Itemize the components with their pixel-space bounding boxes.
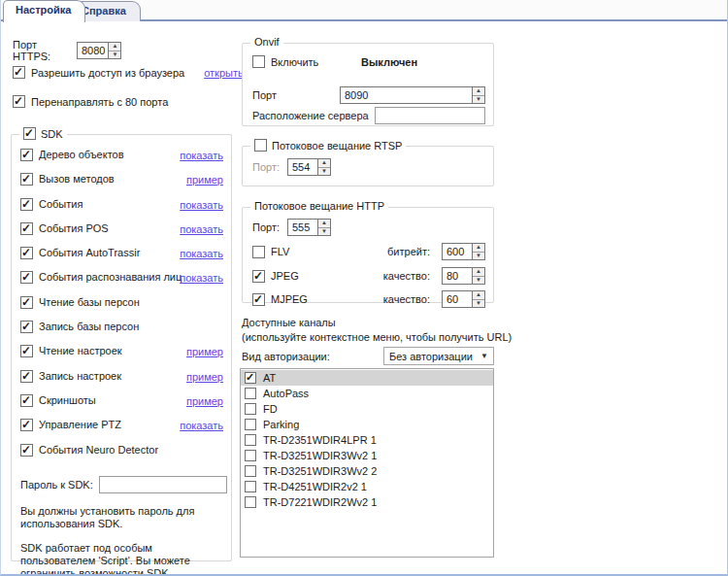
http-format-label: MJPEG (271, 293, 308, 305)
sdk-item-link[interactable]: показать (180, 272, 223, 284)
sdk-item-checkbox[interactable] (20, 247, 33, 259)
spinner-down-icon[interactable]: ▼ (473, 300, 484, 308)
sdk-item-checkbox[interactable] (20, 321, 33, 333)
sdk-password-label: Пароль к SDK: (20, 479, 93, 491)
channel-checkbox[interactable] (245, 419, 256, 430)
channel-row[interactable]: Parking (241, 417, 493, 432)
http-port-value[interactable]: 555 (287, 219, 317, 236)
http-format-spinner[interactable]: 600▲▼ (442, 243, 485, 260)
channel-row[interactable]: TR-D3251WDIR3Wv2 2 (241, 463, 493, 479)
channel-row[interactable]: TR-D7221WDIR2Wv2 1 (241, 494, 493, 510)
http-format-row: FLVбитрейт:600▲▼ (252, 243, 485, 260)
http-format-spinner[interactable]: 60▲▼ (442, 290, 485, 308)
rtsp-enable-checkbox[interactable] (254, 139, 267, 152)
sdk-item-checkbox[interactable] (20, 296, 33, 309)
spinner-down-icon[interactable]: ▼ (473, 277, 484, 285)
sdk-password-input[interactable] (99, 476, 227, 493)
spinner-up-icon[interactable]: ▲ (473, 244, 484, 253)
channels-title: Доступные каналы (242, 317, 336, 328)
channel-checkbox[interactable] (245, 372, 256, 384)
http-format-value[interactable]: 600 (442, 243, 472, 260)
sdk-item-checkbox[interactable] (20, 271, 33, 284)
channel-row[interactable]: FD (241, 401, 493, 417)
http-port-spinner[interactable]: 555 ▲▼ (287, 219, 331, 236)
sdk-item-checkbox[interactable] (20, 222, 33, 235)
browser-access-checkbox[interactable] (13, 66, 25, 79)
spinner-up-icon[interactable]: ▲ (109, 43, 120, 51)
redirect-80-checkbox[interactable] (13, 95, 25, 108)
sdk-item-link[interactable]: показать (180, 223, 223, 235)
spinner-up-icon[interactable]: ▲ (473, 268, 484, 277)
onvif-port-value[interactable]: 8090 (340, 86, 472, 104)
channel-checkbox[interactable] (245, 388, 256, 399)
onvif-location-input[interactable] (375, 107, 485, 124)
onvif-enable-checkbox[interactable] (252, 55, 265, 68)
sdk-checkbox[interactable] (23, 127, 36, 140)
channel-row[interactable]: TR-D3251WDIR3Wv2 1 (241, 448, 493, 463)
rtsp-port-spinner[interactable]: 554 ▲▼ (287, 158, 331, 176)
onvif-port-spinner[interactable]: 8090 ▲▼ (340, 86, 485, 104)
channel-row[interactable]: AutoPass (241, 386, 493, 401)
sdk-item-checkbox[interactable] (20, 198, 33, 211)
spinner-up-icon[interactable]: ▲ (473, 291, 484, 300)
http-format-row: JPEGкачество:80▲▼ (252, 267, 485, 285)
spinner-down-icon[interactable]: ▼ (318, 168, 330, 176)
channel-checkbox[interactable] (245, 403, 256, 415)
spinner-down-icon[interactable]: ▼ (473, 96, 484, 104)
auth-type-dropdown[interactable]: Без авторизации ▼ (383, 347, 494, 365)
channel-checkbox[interactable] (245, 434, 256, 446)
https-port-spinner[interactable]: 8080 ▲▼ (77, 42, 121, 59)
sdk-item-checkbox[interactable] (20, 419, 33, 431)
auth-type-label: Вид авторизации: (242, 351, 330, 362)
sdk-item-row: Запись базы персон (12, 321, 231, 345)
channel-checkbox[interactable] (245, 450, 256, 461)
http-format-value[interactable]: 80 (442, 267, 472, 285)
chevron-down-icon: ▼ (480, 352, 488, 360)
spinner-down-icon[interactable]: ▼ (109, 51, 120, 59)
sdk-item-checkbox[interactable] (20, 394, 33, 407)
channel-checkbox[interactable] (245, 496, 256, 508)
sdk-item-checkbox[interactable] (20, 370, 33, 383)
spinner-down-icon[interactable]: ▼ (318, 228, 330, 236)
channel-list[interactable]: ATAutoPassFDParkingTR-D2351WDIR4LPR 1TR-… (240, 368, 494, 558)
http-format-label: JPEG (271, 270, 299, 282)
sdk-item-link[interactable]: показать (180, 248, 223, 259)
https-port-label: Порт HTTPS: (13, 39, 77, 62)
spinner-up-icon[interactable]: ▲ (318, 220, 330, 228)
rtsp-legend: Потоковое вещание RTSP (250, 139, 406, 152)
sdk-item-link[interactable]: пример (186, 174, 223, 186)
http-format-value[interactable]: 60 (442, 290, 472, 308)
sdk-item-checkbox[interactable] (20, 173, 33, 186)
sdk-item-link[interactable]: показать (180, 150, 223, 161)
http-format-spinner[interactable]: 80▲▼ (442, 267, 485, 285)
spinner-up-icon[interactable]: ▲ (318, 159, 330, 168)
sdk-item-row: Скриншотыпример (12, 394, 231, 419)
https-port-value[interactable]: 8080 (77, 42, 108, 59)
http-format-checkbox[interactable] (252, 246, 265, 258)
tab-settings[interactable]: Настройка (3, 0, 85, 22)
sdk-item-link[interactable]: пример (186, 395, 223, 407)
channel-row[interactable]: TR-D4251WDIR2v2 1 (241, 479, 493, 494)
spinner-down-icon[interactable]: ▼ (473, 253, 484, 260)
sdk-item-link[interactable]: показать (180, 420, 223, 431)
channel-checkbox[interactable] (245, 465, 256, 477)
sdk-item-checkbox[interactable] (20, 444, 33, 457)
sdk-item-label: Дерево объектов (39, 149, 124, 160)
http-format-checkbox[interactable] (252, 270, 265, 283)
sdk-item-checkbox[interactable] (20, 149, 33, 161)
http-format-checkbox[interactable] (252, 293, 265, 306)
sdk-item-checkbox[interactable] (20, 345, 33, 357)
redirect-80-label: Перенаправлять с 80 порта (31, 96, 168, 108)
channel-row[interactable]: TR-D2351WDIR4LPR 1 (241, 432, 493, 448)
sdk-item-link[interactable]: пример (186, 346, 223, 357)
sdk-item-link[interactable]: показать (180, 199, 223, 211)
http-stream-groupbox: Потоковое вещание HTTP Порт: 555 ▲▼ FLVб… (242, 207, 494, 303)
rtsp-port-value[interactable]: 554 (287, 158, 317, 176)
channel-row[interactable]: AT (241, 370, 493, 386)
sdk-item-link[interactable]: пример (186, 371, 223, 383)
sdk-script-note: SDK работает под особым пользователем 'S… (12, 542, 231, 576)
spinner-up-icon[interactable]: ▲ (473, 87, 484, 96)
channel-checkbox[interactable] (245, 481, 256, 492)
sdk-item-label: События AutoTrassir (39, 247, 140, 258)
open-link[interactable]: открыть (204, 67, 244, 79)
